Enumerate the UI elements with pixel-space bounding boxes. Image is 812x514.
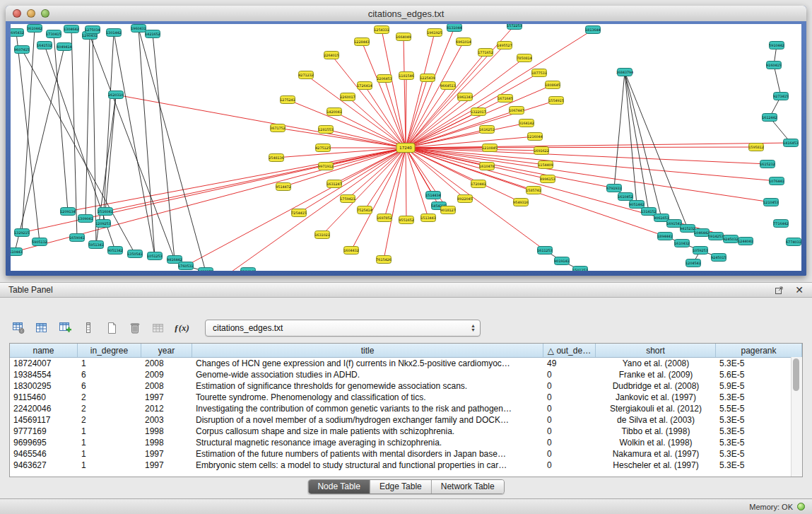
new-document-icon[interactable] [103,320,120,337]
graph-node[interactable]: 2206453 [377,75,392,83]
graph-node[interactable]: 9549316 [513,199,528,206]
table-scrollbar[interactable] [791,357,802,477]
graph-node[interactable]: 1304642 [64,25,78,33]
float-panel-icon[interactable] [775,286,784,295]
graph-node[interactable]: 1495527 [497,42,512,49]
graph-node[interactable]: 1960431 [131,25,146,33]
table-row[interactable]: 946554611997Estimation of the future num… [10,448,802,460]
table-options-icon[interactable] [10,320,27,337]
graph-node[interactable]: 1695432 [11,29,24,37]
graph-node[interactable]: 1611253 [537,247,552,255]
graph-node[interactable]: 1216044 [527,133,542,141]
graph-node[interactable]: 9018127 [440,206,455,214]
graph-node[interactable]: 1554915 [548,97,563,105]
graph-node[interactable]: 1631247 [326,180,341,188]
graph-node[interactable]: 1771652 [478,49,493,57]
graph-node[interactable]: 1730415 [46,30,61,38]
graph-node[interactable]: 2516041 [98,208,112,216]
tab-edge-table[interactable]: Edge Table [370,480,431,493]
graph-node[interactable]: 9971912 [318,163,333,170]
graph-node[interactable]: 5910442 [769,42,784,49]
tab-node-table[interactable]: Node Table [308,480,370,493]
graph-node[interactable]: 3164142 [519,119,534,127]
graph-node[interactable]: 8922045 [457,195,472,203]
graph-node[interactable]: 7525414 [357,206,372,214]
add-column-icon[interactable] [57,320,73,337]
graph-node[interactable]: 1209134 [60,208,75,216]
graph-node[interactable]: 1808645 [545,81,560,89]
graph-node[interactable]: 1610443 [11,248,23,256]
graph-node[interactable]: 1416453 [783,139,798,147]
table-row[interactable]: 1830029562008Estimation of significance … [10,380,802,392]
graph-node[interactable]: 9245015 [711,254,726,262]
graph-node[interactable]: 2620310 [108,91,123,99]
graph-node[interactable]: 1309041 [78,215,93,223]
graph-node[interactable]: 7716442 [773,220,788,228]
graph-node[interactable]: 7254415 [291,209,306,217]
graph-node[interactable]: 2548136 [269,154,283,162]
graph-node[interactable]: 1254331 [374,26,389,34]
graph-node[interactable]: 9245032 [723,235,738,243]
column-header-title[interactable]: title [192,344,543,357]
graph-node[interactable]: 9664513 [440,82,455,90]
select-columns-icon[interactable] [33,320,50,337]
graph-node[interactable]: 1420041 [326,108,341,116]
window-titlebar[interactable]: citations_edges.txt [6,6,806,22]
graph-node[interactable]: 1595812 [748,144,763,151]
table-row[interactable]: 946362711997Embryonic stem cells: a mode… [10,460,802,471]
graph-node[interactable]: 9551652 [399,216,413,224]
graph-node[interactable]: 1659041 [69,234,84,242]
graph-node[interactable]: 6791931 [606,185,621,192]
graph-node[interactable]: 1421652 [145,30,160,38]
graph-node[interactable]: 1350541 [127,250,142,258]
zoom-button[interactable] [41,9,49,18]
graph-node[interactable]: 1877531 [531,69,546,77]
minimize-button[interactable] [27,9,35,18]
graph-node[interactable]: 17240 [396,144,415,153]
graph-node[interactable]: 1611253 [198,268,213,271]
graph-node[interactable]: 1894441 [657,233,672,240]
graph-node[interactable]: 1691622 [534,147,548,155]
graph-node[interactable]: 1610432 [674,240,689,247]
graph-node[interactable]: 1720441 [471,180,486,188]
graph-node[interactable]: 1181546 [399,72,413,80]
graph-node[interactable]: 9051442 [629,201,644,209]
graph-node[interactable]: 1210453 [763,199,778,206]
graph-node[interactable]: 1616251 [479,126,494,134]
graph-node[interactable]: 1275034 [85,26,100,34]
graph-node[interactable]: 1322017 [471,108,486,116]
graph-node[interactable]: 1228443 [354,38,369,46]
graph-node[interactable]: 1046442 [694,229,709,237]
graph-node[interactable]: 6049414 [57,43,71,51]
graph-node[interactable]: 1585741 [526,187,541,194]
graph-node[interactable]: 1513443 [420,214,435,222]
graph-node[interactable]: 7615426 [376,256,391,264]
column-header-name[interactable]: name [10,344,78,357]
graph-node[interactable]: 1514434 [425,192,440,199]
graph-node[interactable]: 7850814 [517,54,531,62]
column-header-short[interactable]: short [596,344,716,357]
graph-node[interactable]: 6774031 [786,238,801,246]
graph-node[interactable]: 4275125 [315,144,330,152]
citation-graph[interactable]: 1695432361044217304151304642129043196074… [11,24,801,271]
graph-node[interactable]: 1204541 [686,259,700,267]
graph-node[interactable]: 1961343 [457,93,472,101]
graph-node[interactable]: 6961014 [456,38,471,46]
graph-node[interactable]: 1610478 [479,163,494,170]
graph-node[interactable]: 1329215 [14,229,29,237]
column-icon[interactable] [80,320,97,337]
graph-node[interactable]: 1759421 [340,195,355,203]
graph-node[interactable]: 1612442 [762,114,777,122]
graph-node[interactable]: 1615232 [760,160,775,168]
graph-node[interactable]: 1631021 [314,231,329,239]
graph-node[interactable]: 1076441 [769,177,784,185]
tab-network-table[interactable]: Network Table [431,480,504,493]
graph-node[interactable]: 9051342 [107,247,122,255]
graph-node[interactable]: 1813644 [585,26,600,34]
column-header-out_de[interactable]: △ out_de… [543,344,596,357]
graph-node[interactable]: 1610452 [618,193,632,201]
graph-node[interactable]: 1209253 [95,220,110,228]
graph-node[interactable]: 1301442 [106,29,121,37]
graph-node[interactable]: 1604432 [343,247,358,255]
graph-node[interactable]: 1225439 [420,74,435,82]
